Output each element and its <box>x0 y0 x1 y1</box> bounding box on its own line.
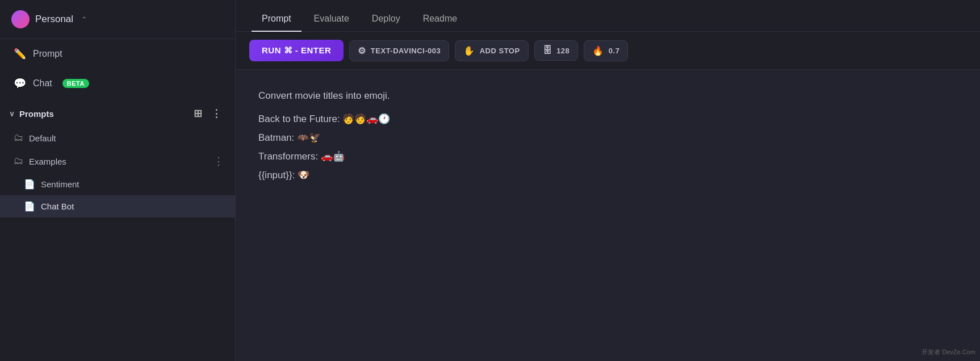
stop-icon: ✋ <box>463 45 475 56</box>
model-label: TEXT-DAVINCI-003 <box>371 47 441 55</box>
folder-examples[interactable]: 🗂 Examples ⋮ <box>0 149 235 173</box>
sidebar-item-chat[interactable]: 💬 Chat BETA <box>0 69 235 98</box>
workspace-avatar <box>11 10 30 28</box>
folder-icon: 🗂 <box>14 156 23 167</box>
chat-icon: 💬 <box>14 77 26 90</box>
folder-examples-label: Examples <box>29 157 66 166</box>
tab-readme[interactable]: Readme <box>413 8 467 32</box>
temperature-icon: 🔥 <box>592 45 604 56</box>
content-line-4: Batman: 🦇🦅 <box>258 130 957 146</box>
file-chat-bot-label: Chat Bot <box>41 202 74 211</box>
file-icon: 📄 <box>24 179 35 190</box>
token-icon: 🗄 <box>543 45 552 56</box>
file-sentiment-label: Sentiment <box>41 179 79 189</box>
sidebar-item-prompt-label: Prompt <box>33 49 62 59</box>
content-line-3: Back to the Future: 🧑🧑🚗🕐 <box>258 111 957 128</box>
pencil-icon: ✏️ <box>14 48 26 60</box>
content-line-1: Convert movie titles into emoji. <box>258 88 957 104</box>
file-sentiment[interactable]: 📄 Sentiment <box>0 173 235 195</box>
folder-default-label: Default <box>29 133 56 143</box>
token-counter[interactable]: 🗄 128 <box>534 40 579 61</box>
tab-prompt[interactable]: Prompt <box>252 8 301 32</box>
watermark: 开发者 DevZe.Com <box>922 348 975 356</box>
tab-deploy[interactable]: Deploy <box>362 8 411 32</box>
add-stop-button[interactable]: ✋ ADD STOP <box>455 40 528 61</box>
temperature-value: 0.7 <box>609 47 620 55</box>
prompts-more-icon[interactable]: ⋮ <box>209 106 224 121</box>
folder-default[interactable]: 🗂 Default <box>0 127 235 149</box>
tabs-bar: Prompt Evaluate Deploy Readme <box>236 0 980 32</box>
examples-more-icon[interactable]: ⋮ <box>213 155 224 167</box>
content-line-6: {{input}}: 🐶 <box>258 167 957 184</box>
file-chat-bot[interactable]: 📄 Chat Bot <box>0 195 235 217</box>
chevron-down-icon: ⌃ <box>81 15 87 24</box>
prompt-content[interactable]: Convert movie titles into emoji. Back to… <box>236 70 980 361</box>
workspace-selector[interactable]: Personal ⌃ <box>0 0 235 39</box>
model-icon: ⚙ <box>358 45 366 56</box>
prompts-section-header: ∨ Prompts ⊞ ⋮ <box>0 98 235 127</box>
sidebar-item-chat-label: Chat <box>33 78 52 89</box>
add-prompt-icon[interactable]: ⊞ <box>191 106 204 121</box>
tab-evaluate[interactable]: Evaluate <box>304 8 359 32</box>
section-chevron-icon: ∨ <box>9 110 15 118</box>
temperature-control[interactable]: 🔥 0.7 <box>584 40 628 61</box>
content-line-5: Transformers: 🚗🤖 <box>258 149 957 165</box>
sidebar: Personal ⌃ ✏️ Prompt 💬 Chat BETA ∨ Promp… <box>0 0 236 361</box>
sidebar-item-prompt[interactable]: ✏️ Prompt <box>0 39 235 69</box>
add-stop-label: ADD STOP <box>480 47 520 55</box>
main-panel: Prompt Evaluate Deploy Readme RUN ⌘ - EN… <box>236 0 980 361</box>
beta-badge: BETA <box>62 79 89 88</box>
folder-icon: 🗂 <box>14 132 23 144</box>
token-value: 128 <box>556 47 569 55</box>
toolbar: RUN ⌘ - ENTER ⚙ TEXT-DAVINCI-003 ✋ ADD S… <box>236 32 980 70</box>
run-button[interactable]: RUN ⌘ - ENTER <box>249 40 344 61</box>
file-icon: 📄 <box>24 201 35 212</box>
prompts-section-title: Prompts <box>19 109 187 119</box>
model-selector[interactable]: ⚙ TEXT-DAVINCI-003 <box>349 40 449 61</box>
workspace-name: Personal <box>35 14 73 25</box>
